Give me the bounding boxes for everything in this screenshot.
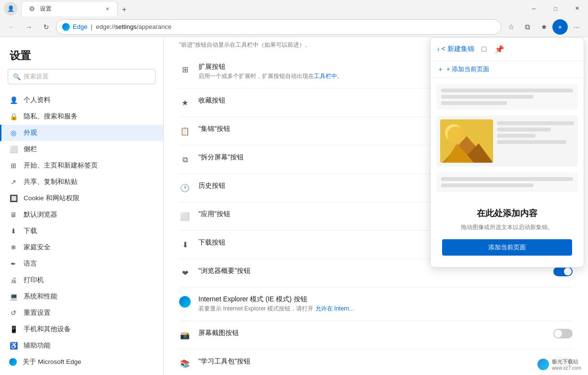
screenshot-title: 屏幕截图按钮 <box>198 329 546 337</box>
browser-content: 设置 🔍 搜索设置 👤 个人资料 🔒 隐私、搜索和服务 ◎ 外观 ⬜ 侧栏 <box>0 37 588 375</box>
image-card-line-1 <box>497 121 574 125</box>
sidebar-label-default: 默认浏览器 <box>24 210 57 219</box>
history-icon: 🕐 <box>179 182 191 194</box>
card-line-2 <box>441 95 534 99</box>
url-text: Edge | edge://settings/appearance <box>73 23 171 30</box>
sidebar-label-family: 家庭安全 <box>24 243 51 252</box>
learning-title: "学习工具包"按钮 <box>198 357 546 366</box>
settings-tab[interactable]: ⚙ 设置 ✕ <box>21 1 118 16</box>
minimize-button[interactable]: ─ <box>523 0 545 17</box>
screenshot-toggle[interactable] <box>553 329 573 338</box>
popup-header: ‹ < 新建集锦 □ 📌 <box>431 38 584 61</box>
sidebar-label-privacy: 隐私、搜索和服务 <box>24 112 78 121</box>
card-line-5 <box>441 183 534 187</box>
card-lines-1 <box>436 84 578 110</box>
maximize-button[interactable]: □ <box>545 0 566 17</box>
essentials-title: "浏览器概要"按钮 <box>198 267 546 275</box>
tab-close-button[interactable]: ✕ <box>104 5 111 13</box>
sidebar-label-accessibility: 辅助功能 <box>24 341 51 350</box>
edge-favicon <box>62 23 70 31</box>
sidebar-item-about[interactable]: 关于 Microsoft Edge <box>0 354 163 370</box>
family-icon: ❄ <box>9 243 18 252</box>
settings-main: "前进"按钮自动显示在工具栏中（如果可以前进）。 ⊞ 扩展按钮 启用一个或多个扩… <box>164 37 588 375</box>
cookie-icon: 🔲 <box>9 194 18 203</box>
image-placeholder <box>440 119 493 163</box>
sidebar-item-system[interactable]: 💻 系统和性能 <box>0 288 163 305</box>
privacy-icon: 🔒 <box>9 112 18 121</box>
sidebar-item-family[interactable]: ❄ 家庭安全 <box>0 239 163 256</box>
top-note-text: "前进"按钮自动显示在工具栏中（如果可以前进）。 <box>179 41 311 48</box>
favorites-icon: ★ <box>179 97 191 109</box>
favorites-button[interactable]: ★ <box>536 19 551 35</box>
sidebar-item-default[interactable]: 🖥 默认浏览器 <box>0 207 163 223</box>
add-current-button[interactable]: 添加当前页面 <box>442 239 572 256</box>
sidebar-item-language[interactable]: ✒ 语言 <box>0 256 163 272</box>
sidebar-title: 设置 <box>0 37 163 69</box>
sidebar-icon: ⬜ <box>9 145 18 154</box>
screenshot-icon: 📸 <box>179 330 191 341</box>
sidebar-label-about: 关于 Microsoft Edge <box>23 358 81 366</box>
mobile-icon: 📱 <box>9 325 18 334</box>
settings-sidebar: 设置 🔍 搜索设置 👤 个人资料 🔒 隐私、搜索和服务 ◎ 外观 ⬜ 侧栏 <box>0 37 164 375</box>
sidebar-label-profile: 个人资料 <box>24 96 51 104</box>
sidebar-item-sidebar[interactable]: ⬜ 侧栏 <box>0 141 163 157</box>
sidebar-label-language: 语言 <box>24 259 37 268</box>
refresh-button[interactable]: ↻ <box>39 19 54 35</box>
sidebar-item-download[interactable]: ⬇ 下载 <box>0 223 163 239</box>
popup-share-icon[interactable]: □ <box>478 43 490 55</box>
url-bar[interactable]: Edge | edge://settings/appearance <box>56 19 501 35</box>
watermark-inner: 极光下载站 www.xz7.com <box>534 357 585 372</box>
share-icon: ↗ <box>9 178 18 186</box>
drop-desc: 拖动图像或所选文本以启动新集锦。 <box>442 223 572 232</box>
close-button[interactable]: ✕ <box>566 0 588 17</box>
address-bar: ← → ↻ Edge | edge://settings/appearance … <box>0 17 588 37</box>
back-arrow: ‹ <box>437 45 440 53</box>
sidebar-label-download: 下载 <box>24 227 37 235</box>
more-button[interactable]: ··· <box>569 19 584 35</box>
sidebar-item-printer[interactable]: 🖨 打印机 <box>0 272 163 288</box>
profile-icon: 👤 <box>9 96 18 104</box>
forward-button[interactable]: → <box>21 19 37 35</box>
new-tab-button[interactable]: + <box>118 3 131 16</box>
placeholder-card-1 <box>436 84 578 110</box>
accessibility-icon: ♿ <box>9 341 18 350</box>
sidebar-item-share[interactable]: ↗ 共享、复制和粘贴 <box>0 174 163 190</box>
search-box[interactable]: 🔍 搜索设置 <box>8 69 156 84</box>
popup-back-button[interactable]: ‹ < 新建集锦 <box>437 45 474 53</box>
learning-icon: 📚 <box>179 358 191 370</box>
add-page-label: + 添加当前页面 <box>446 65 489 74</box>
card-image-lines <box>497 119 574 163</box>
sidebar-item-start[interactable]: ⊞ 开始、主页和新建标签页 <box>0 157 163 174</box>
sidebar-item-profile[interactable]: 👤 个人资料 <box>0 92 163 108</box>
sidebar-item-mobile[interactable]: 📱 手机和其他设备 <box>0 321 163 337</box>
sidebar-item-appearance[interactable]: ◎ 外观 <box>0 125 163 141</box>
sidebar-item-accessibility[interactable]: ♿ 辅助功能 <box>0 337 163 354</box>
setting-row-ie: Internet Explorer 模式 (IE 模式) 按钮 若要显示 Int… <box>179 287 573 321</box>
popup-content: 在此处添加内容 拖动图像或所选文本以启动新集锦。 添加当前页面 <box>431 78 584 267</box>
profile-avatar[interactable]: 👤 <box>4 2 17 15</box>
split-screen-button[interactable]: ⧉ <box>520 19 535 35</box>
image-card-line-3 <box>497 134 536 138</box>
collections-button[interactable]: + <box>552 19 568 35</box>
essentials-info: "浏览器概要"按钮 <box>198 267 546 276</box>
back-button[interactable]: ← <box>4 19 19 35</box>
sidebar-label-reset: 重置设置 <box>24 309 51 317</box>
sidebar-item-cookie[interactable]: 🔲 Cookie 和网站权限 <box>0 190 163 207</box>
sidebar-label-cookie: Cookie 和网站权限 <box>24 194 79 203</box>
sidebar-item-reset[interactable]: ↺ 重置设置 <box>0 305 163 321</box>
popup-title: < 新建集锦 <box>442 45 474 53</box>
reset-icon: ↺ <box>9 309 18 317</box>
learning-info: "学习工具包"按钮 <box>198 357 546 367</box>
popup-pin-icon[interactable]: 📌 <box>494 43 505 55</box>
url-suffix: /appearance <box>137 23 171 30</box>
add-page-row[interactable]: ＋ + 添加当前页面 <box>431 61 584 78</box>
tab-bar: ⚙ 设置 ✕ + <box>21 1 584 16</box>
essentials-toggle[interactable] <box>553 267 573 276</box>
apps-icon: ⬜ <box>179 211 191 222</box>
card-with-image <box>436 116 578 167</box>
sidebar-item-privacy[interactable]: 🔒 隐私、搜索和服务 <box>0 108 163 125</box>
card-line-4 <box>441 177 573 181</box>
ie-link[interactable]: 允许在 Intern <box>315 305 349 312</box>
star-icon-button[interactable]: ☆ <box>503 19 519 35</box>
card-lines-2 <box>436 172 578 192</box>
